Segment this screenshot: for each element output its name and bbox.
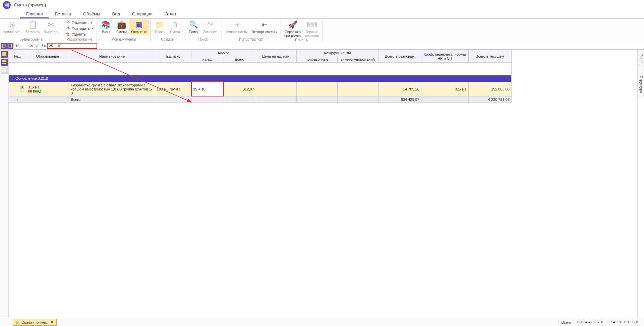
col-name[interactable]: Наименование: [69, 50, 155, 63]
document-tab[interactable]: 🗎 Смета (пример) ✕: [13, 319, 57, 326]
left-rail: [0, 50, 9, 318]
cell-name[interactable]: Разработка грунта в отвал экскаваторами …: [69, 82, 155, 96]
rail-view-3[interactable]: [1, 67, 8, 74]
formula-input[interactable]: [47, 43, 97, 49]
redo-button[interactable]: ↷Повторить▾: [65, 26, 94, 31]
col-just[interactable]: Обоснование: [26, 50, 69, 63]
import-button[interactable]: ⇥Импорт сметы: [223, 19, 250, 35]
right-tab-struct[interactable]: Структура: [638, 71, 644, 98]
copy-button[interactable]: ⎘Копировать: [1, 19, 23, 35]
rail-view-1[interactable]: [1, 51, 8, 58]
hotkeys-button[interactable]: ⌨Горячие клавиши: [303, 19, 321, 38]
paste-button[interactable]: 📋Вставить: [23, 19, 42, 35]
col-unit[interactable]: Ед. изм.: [155, 50, 191, 63]
col-qty-per[interactable]: на ед.: [191, 56, 224, 63]
cell-unit[interactable]: 100 м3 грунта: [155, 82, 191, 96]
replace-icon: ᴬᴮ: [206, 20, 216, 29]
ribbon-group-create: 📁Папка 🗎Смета Создать: [151, 19, 184, 42]
col-num[interactable]: №...: [9, 50, 26, 63]
svg-rect-6: [2, 44, 3, 48]
window-title: Смета (пример): [14, 2, 46, 7]
cell-recalc[interactable]: 3.1-1-1: [421, 82, 468, 96]
export-button[interactable]: ⇤Экспорт сметы▾: [250, 19, 279, 35]
replace-button[interactable]: ᴬᴮЗаменить: [201, 19, 220, 35]
cell-price[interactable]: [256, 82, 297, 96]
col-coef-group[interactable]: Коэффициенты: [297, 50, 378, 56]
import-icon: ⇥: [232, 20, 241, 29]
cell-qty-total[interactable]: 312,97: [224, 82, 256, 96]
help-button[interactable]: 🚀Справка о программе: [282, 19, 303, 38]
open-button[interactable]: ▣Открытые: [129, 19, 149, 35]
table-row[interactable]: 16› › 3.1-1-1Кп Кинд Разработка грунта в…: [9, 82, 512, 96]
cell-edit-input[interactable]: [192, 84, 223, 94]
group-row[interactable]: ⌄Обновление 0.21.0: [9, 75, 512, 82]
ribbon-group-editing: ↶Отменить▾ ↷Повторить▾ 🗑Удалить Редактир…: [62, 19, 97, 42]
svg-rect-8: [11, 44, 12, 48]
app-icon: [3, 1, 11, 9]
document-icon: 🗎: [16, 320, 19, 324]
ribbon-group-importexport: ⇥Импорт сметы ⇤Экспорт сметы▾ Импорт/экс…: [222, 19, 281, 42]
trash-icon: 🗑: [66, 32, 70, 37]
status-bar: 🗎 Смета (пример) ✕ Всего Б: 634 429,97 ₽…: [0, 318, 644, 326]
col-coef-winter[interactable]: зимних удорожаний: [338, 56, 378, 63]
estimates-button[interactable]: 💼Сметы: [114, 19, 129, 35]
right-rail: Расчет Структура: [637, 50, 644, 318]
cell-qty-per-editing[interactable]: [191, 82, 224, 96]
cell-curr[interactable]: 152 803,00: [468, 82, 511, 96]
tab-main[interactable]: Главная: [20, 10, 49, 18]
undo-button[interactable]: ↶Отменить▾: [65, 20, 94, 25]
new-folder-button[interactable]: 📁Папка: [152, 19, 167, 35]
confirm-edit-button[interactable]: ✓: [35, 43, 40, 49]
cell-num[interactable]: 16› ›: [9, 82, 26, 96]
fx-button[interactable]: ƒx: [41, 43, 46, 49]
cut-button[interactable]: ✂Вырезать: [42, 19, 60, 35]
cell-base[interactable]: 14 785,26: [378, 82, 421, 96]
tab-view[interactable]: Вид: [106, 10, 126, 18]
search-button[interactable]: 🔍Поиск: [186, 19, 201, 35]
new-estimate-button[interactable]: 🗎Смета: [167, 19, 183, 35]
undo-icon: ↶: [66, 20, 70, 25]
briefcase-icon: 💼: [117, 20, 126, 29]
col-price[interactable]: Цена на ед. изм.: [256, 50, 297, 63]
tab-operations[interactable]: Операции: [126, 10, 159, 18]
group-row[interactable]: ›Обновление 0.19.0: [9, 63, 512, 69]
cell-expand[interactable]: ›: [9, 96, 26, 103]
group-row[interactable]: ›Обновление 0.20.0: [9, 69, 512, 75]
cell-just[interactable]: 3.1-1-1Кп Кинд: [26, 82, 69, 96]
close-tab-button[interactable]: ✕: [51, 320, 54, 324]
tab-volumes[interactable]: Объёмы: [77, 10, 106, 18]
panel-toggle-2[interactable]: [7, 43, 13, 49]
delete-button[interactable]: 🗑Удалить: [65, 31, 94, 37]
svg-rect-9: [2, 52, 6, 56]
cell-coef-winter[interactable]: [338, 82, 378, 96]
ribbon: ⎘Копировать 📋Вставить ✂Вырезать Буфер об…: [0, 19, 644, 42]
cancel-edit-button[interactable]: ✕: [29, 43, 34, 49]
cell-reference[interactable]: 16: [14, 43, 28, 49]
col-coef-corr[interactable]: поправочные: [297, 56, 338, 63]
rail-view-2[interactable]: [1, 59, 8, 66]
status-base: Б: 634 429,97 ₽: [574, 320, 605, 324]
col-qty-group[interactable]: Кол-во: [191, 50, 256, 56]
bases-button[interactable]: 📚Базы: [98, 19, 114, 35]
formula-bar: 16 ✕ ✓ ƒx: [0, 42, 644, 50]
tab-insert[interactable]: Вставка: [49, 10, 77, 18]
ribbon-group-search: 🔍Поиск ᴬᴮЗаменить Поиск: [184, 19, 222, 42]
copy-icon: ⎘: [8, 20, 17, 29]
col-curr[interactable]: Всего в текущем: [468, 50, 511, 63]
search-icon: 🔍: [189, 20, 198, 29]
cut-icon: ✂: [46, 20, 56, 29]
col-qty-total[interactable]: всего: [224, 56, 256, 63]
tab-report[interactable]: Отчет: [159, 10, 183, 18]
col-base[interactable]: Всего в базисных: [378, 50, 421, 63]
folder-icon: 📁: [155, 20, 164, 29]
cell-coef-corr[interactable]: [297, 82, 338, 96]
status-total-label: Всего: [559, 320, 574, 324]
col-recalc[interactable]: Коэф. пересчета, нормы НР и СП: [421, 50, 468, 63]
right-tab-calc[interactable]: Расчет: [638, 50, 644, 71]
chevron-right-icon: ›: [11, 64, 12, 68]
books-icon: 📚: [101, 20, 111, 29]
totals-row[interactable]: › Всего 634 429,97 4 220 751,03: [9, 96, 512, 103]
chevron-down-icon: ▾: [92, 27, 93, 30]
chevron-down-icon: ▾: [91, 21, 92, 24]
panel-toggle-1[interactable]: [1, 43, 7, 49]
